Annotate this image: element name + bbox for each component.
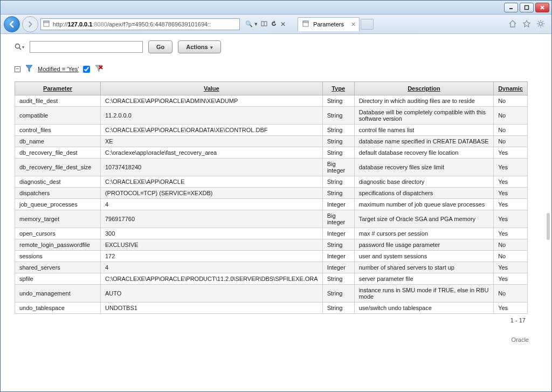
table-row[interactable]: db_nameXEStringdatabase name specified i…	[15, 136, 528, 147]
table-row[interactable]: dispatchers(PROTOCOL=TCP) (SERVICE=XEXDB…	[15, 188, 528, 199]
address-bar[interactable]: http://127.0.0.1:8080/apex/f?p=4950:6:44…	[40, 18, 240, 30]
refresh-icon[interactable]	[271, 20, 277, 28]
favorites-icon[interactable]	[522, 19, 531, 29]
cell-value: 172	[100, 251, 322, 262]
table-row[interactable]: sessions172Integeruser and system sessio…	[15, 251, 528, 262]
cell-desc: default database recovery file location	[354, 147, 493, 159]
table-row[interactable]: spfileC:\ORACLEXE\APP\ORACLE\PRODUCT\11.…	[15, 273, 528, 285]
settings-icon[interactable]	[536, 19, 545, 29]
table-row[interactable]: audit_file_destC:\ORACLEXE\APP\ORACLE\AD…	[15, 95, 528, 107]
tab-parameters[interactable]: Parameters ✕	[298, 17, 360, 31]
cell-dyn: No	[494, 107, 528, 125]
cell-dyn: Yes	[494, 159, 528, 176]
forward-button[interactable]	[22, 16, 38, 32]
cell-dyn: No	[494, 239, 528, 251]
cell-param: undo_tablespace	[15, 302, 101, 314]
cell-desc: instance runs in SMU mode if TRUE, else …	[354, 285, 493, 302]
cell-param: spfile	[15, 273, 101, 285]
table-row[interactable]: undo_tablespaceUNDOTBS1Stringuse/switch …	[15, 302, 528, 314]
svg-line-16	[543, 25, 544, 26]
cell-type: String	[322, 302, 354, 314]
svg-line-18	[543, 21, 544, 22]
cell-param: db_recovery_file_dest	[15, 147, 101, 159]
scrollbar-thumb[interactable]	[547, 213, 550, 240]
maximize-button[interactable]	[520, 3, 534, 12]
compat-view-icon[interactable]	[261, 20, 267, 28]
cell-value: C:\ORACLEXE\APP\ORACLE\ORADATA\XE\CONTRO…	[100, 125, 322, 136]
cell-dyn: Yes	[494, 210, 528, 228]
table-row[interactable]: db_recovery_file_destC:\oraclexe\app\ora…	[15, 147, 528, 159]
cell-desc: use/switch undo tablespace	[354, 302, 493, 314]
cell-dyn: No	[494, 136, 528, 147]
cell-type: String	[322, 95, 354, 107]
cell-desc: Database will be completely compatible w…	[354, 107, 493, 125]
cell-desc: number of shared servers to start up	[354, 262, 493, 273]
col-type[interactable]: Type	[322, 82, 354, 95]
cell-dyn: No	[494, 251, 528, 262]
cell-type: String	[322, 107, 354, 125]
home-icon[interactable]	[508, 19, 517, 29]
search-dropdown-icon[interactable]: 🔍 ▾	[245, 20, 258, 27]
table-row[interactable]: memory_target796917760Big integerTarget …	[15, 210, 528, 228]
table-row[interactable]: open_cursors300Integermax # cursors per …	[15, 228, 528, 239]
cell-desc: specifications of dispatchers	[354, 188, 493, 199]
cell-desc: control file names list	[354, 125, 493, 136]
col-dynamic[interactable]: Dynamic	[494, 82, 528, 95]
close-button[interactable]	[535, 3, 549, 12]
cell-param: undo_management	[15, 285, 101, 302]
svg-rect-1	[525, 5, 529, 9]
cell-param: job_queue_processes	[15, 199, 101, 210]
table-row[interactable]: job_queue_processes4Integermaximum numbe…	[15, 199, 528, 210]
cell-type: Integer	[322, 251, 354, 262]
cell-value: C:\oraclexe\app\oracle\fast_recovery_are…	[100, 147, 322, 159]
cell-type: String	[322, 136, 354, 147]
table-row[interactable]: undo_managementAUTOStringinstance runs i…	[15, 285, 528, 302]
col-parameter[interactable]: Parameter	[15, 82, 101, 95]
cell-dyn: Yes	[494, 273, 528, 285]
cell-value: C:\ORACLEXE\APP\ORACLE\ADMIN\XE\ADUMP	[100, 95, 322, 107]
cell-value: XE	[100, 136, 322, 147]
table-row[interactable]: db_recovery_file_dest_size10737418240Big…	[15, 159, 528, 176]
collapse-icon[interactable]: −	[15, 66, 20, 72]
cell-value: 4	[100, 199, 322, 210]
filter-row: − Modified = 'Yes'	[15, 64, 542, 74]
new-tab-button[interactable]	[361, 19, 374, 30]
table-row[interactable]: control_filesC:\ORACLEXE\APP\ORACLE\ORAD…	[15, 125, 528, 136]
table-row[interactable]: compatible11.2.0.0.0StringDatabase will …	[15, 107, 528, 125]
filter-enabled-checkbox[interactable]	[83, 66, 90, 73]
cell-value: (PROTOCOL=TCP) (SERVICE=XEXDB)	[100, 188, 322, 199]
svg-rect-5	[44, 21, 49, 23]
cell-type: String	[322, 285, 354, 302]
search-input[interactable]	[30, 41, 143, 53]
cell-desc: database recovery files size limit	[354, 159, 493, 176]
toolbar-right-icons	[508, 19, 548, 29]
col-value[interactable]: Value	[100, 82, 322, 95]
browser-toolbar: http://127.0.0.1:8080/apex/f?p=4950:6:44…	[1, 15, 551, 34]
stop-icon[interactable]: ✕	[280, 20, 286, 28]
search-bar: ▾ Go Actions▾	[15, 40, 542, 53]
cell-value: C:\ORACLEXE\APP\ORACLE\PRODUCT\11.2.0\SE…	[100, 273, 322, 285]
minimize-button[interactable]	[504, 3, 518, 12]
search-icon[interactable]: ▾	[15, 42, 24, 52]
delete-filter-icon[interactable]	[94, 64, 103, 74]
cell-desc: user and system sessions	[354, 251, 493, 262]
tab-strip: Parameters ✕	[298, 17, 374, 31]
browser-window: http://127.0.0.1:8080/apex/f?p=4950:6:44…	[0, 0, 552, 392]
go-button[interactable]: Go	[148, 40, 172, 53]
cell-param: compatible	[15, 107, 101, 125]
tab-close-icon[interactable]: ✕	[351, 21, 356, 28]
back-button[interactable]	[4, 16, 20, 32]
table-row[interactable]: remote_login_passwordfileEXCLUSIVEString…	[15, 239, 528, 251]
cell-value: 11.2.0.0.0	[100, 107, 322, 125]
footer-brand: Oracle	[15, 327, 542, 345]
cell-type: String	[322, 273, 354, 285]
filter-label[interactable]: Modified = 'Yes'	[38, 66, 79, 72]
col-description[interactable]: Description	[354, 82, 493, 95]
svg-point-19	[16, 44, 20, 49]
cell-param: open_cursors	[15, 228, 101, 239]
actions-button[interactable]: Actions▾	[178, 40, 220, 53]
table-row[interactable]: diagnostic_destC:\ORACLEXE\APP\ORACLEStr…	[15, 176, 528, 188]
cell-value: 796917760	[100, 210, 322, 228]
table-row[interactable]: shared_servers4Integernumber of shared s…	[15, 262, 528, 273]
cell-param: memory_target	[15, 210, 101, 228]
